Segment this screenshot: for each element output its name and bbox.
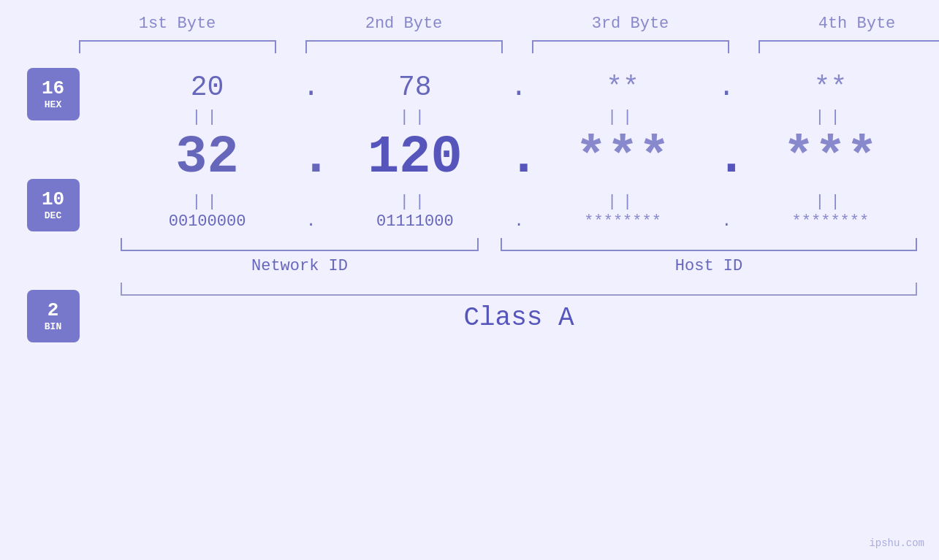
watermark: ipshu.com: [869, 537, 924, 549]
sep1-b3: ||: [542, 108, 703, 126]
class-label: Class A: [121, 303, 917, 333]
hex-b1: 20: [127, 72, 288, 103]
dec-b3: ***: [542, 128, 703, 188]
hex-badge-number: 16: [42, 78, 64, 99]
byte1-header: 1st Byte: [79, 15, 276, 33]
dec-b1: 32: [127, 128, 288, 188]
hex-b3: **: [542, 72, 703, 103]
dec-badge-label: DEC: [45, 210, 61, 221]
top-bracket-row: [64, 40, 940, 53]
dec-b2: 120: [335, 128, 495, 188]
dec-badge: 10 DEC: [27, 179, 80, 231]
bin-row: 00100000 . 01111000 . ******** . *******…: [99, 212, 939, 231]
bracket-1: [79, 40, 276, 53]
byte4-header: 4th Byte: [759, 15, 940, 33]
dec-sep3: .: [715, 128, 737, 188]
network-id-label: Network ID: [121, 257, 479, 275]
bracket-4: [759, 40, 940, 53]
byte-headers: 1st Byte 2nd Byte 3rd Byte 4th Byte: [64, 15, 940, 33]
dec-badge-number: 10: [42, 189, 64, 210]
bin-badge-number: 2: [47, 300, 59, 321]
bracket-2: [305, 40, 503, 53]
host-id-bracket: [501, 238, 917, 251]
bin-b3: ********: [542, 212, 703, 231]
sep2-b1: ||: [127, 193, 288, 211]
dec-sep1: .: [300, 128, 322, 188]
hex-sep1: .: [300, 72, 322, 103]
sep2-b3: ||: [542, 193, 703, 211]
badges-column: 16 HEX 10 DEC 2 BIN: [0, 61, 99, 342]
main-container: 1st Byte 2nd Byte 3rd Byte 4th Byte 16 H…: [0, 0, 939, 560]
byte2-header: 2nd Byte: [305, 15, 503, 33]
dec-row: 32 . 120 . *** . ***: [99, 128, 939, 188]
sep-row-1: || || || ||: [99, 107, 939, 128]
bin-sep3: .: [715, 212, 737, 231]
bin-b2: 01111000: [335, 212, 495, 231]
full-bracket: [121, 283, 917, 296]
sep1-b1: ||: [127, 108, 288, 126]
sep2-b4: ||: [750, 193, 911, 211]
sep2-b2: ||: [335, 193, 495, 211]
network-id-bracket: [121, 238, 479, 251]
bracket-3: [532, 40, 729, 53]
bin-b1: 00100000: [127, 212, 288, 231]
bin-sep1: .: [300, 212, 322, 231]
hex-badge: 16 HEX: [27, 68, 80, 120]
host-id-label: Host ID: [501, 257, 917, 275]
hex-sep3: .: [715, 72, 737, 103]
sep1-b4: ||: [750, 108, 911, 126]
dec-sep2: .: [508, 128, 530, 188]
sep-row-2: || || || ||: [99, 191, 939, 212]
dec-b4: ***: [750, 128, 911, 188]
sep1-b2: ||: [335, 108, 495, 126]
hex-sep2: .: [508, 72, 530, 103]
bin-sep2: .: [508, 212, 530, 231]
hex-b4: **: [750, 72, 911, 103]
hex-b2: 78: [335, 72, 495, 103]
bin-badge: 2 BIN: [27, 290, 80, 342]
bin-badge-label: BIN: [45, 321, 61, 332]
byte3-header: 3rd Byte: [532, 15, 729, 33]
bin-b4: ********: [750, 212, 911, 231]
hex-row: 20 . 78 . ** . **: [99, 72, 939, 103]
hex-badge-label: HEX: [45, 99, 61, 110]
